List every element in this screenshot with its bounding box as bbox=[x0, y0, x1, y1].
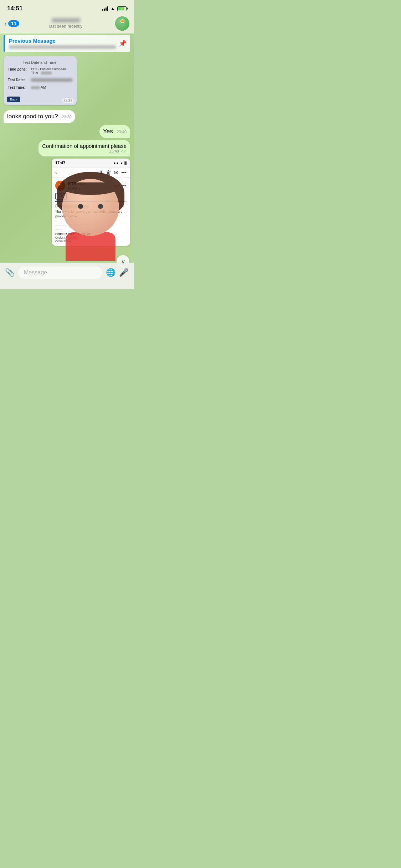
email-signal-icon: ▲▲ bbox=[113, 161, 119, 165]
testtime-row: Test Time: AM bbox=[8, 86, 72, 89]
bubble-text-1: looks good to you? bbox=[7, 113, 58, 120]
testtime-value: AM bbox=[31, 86, 72, 89]
previous-message-text-blurred bbox=[9, 45, 116, 49]
nav-bar: ‹ 11 last seen recently bbox=[0, 14, 134, 33]
character-bangs bbox=[64, 182, 117, 195]
chevron-left-icon: ‹ bbox=[4, 20, 7, 28]
email-battery-icon: ▓ bbox=[124, 161, 127, 165]
timezone-label: Time Zone: bbox=[8, 67, 31, 74]
testtime-label: Test Time: bbox=[8, 86, 31, 89]
back-button-screenshot: Back bbox=[7, 97, 20, 102]
character-right-eye bbox=[98, 204, 103, 209]
table-row: looks good to you? 23:39 bbox=[4, 110, 130, 123]
email-back-icon: ‹ bbox=[55, 170, 57, 175]
unread-badge: 11 bbox=[8, 20, 20, 27]
table-row: Test Date and Time: Time Zone: EET - Eas… bbox=[4, 56, 130, 108]
character-body bbox=[66, 232, 115, 261]
testdate-label: Test Date: bbox=[8, 78, 31, 82]
email-phone-icons: ▲▲ ▲ ▓ bbox=[113, 161, 127, 165]
testdate-value-blurred bbox=[31, 78, 72, 82]
email-phone-time: 17:47 bbox=[55, 161, 65, 165]
outgoing-bubble-1: Yes 23:40 bbox=[99, 125, 130, 138]
contact-name-blurred bbox=[52, 18, 80, 22]
status-time: 14:51 bbox=[7, 5, 22, 12]
testdate-row: Test Date: bbox=[8, 78, 72, 82]
timezone-row: Time Zone: EET - Eastern European Time - bbox=[8, 67, 72, 74]
test-screenshot-content: Test Date and Time: Time Zone: EET - Eas… bbox=[4, 56, 77, 105]
test-screenshot-title: Test Date and Time: bbox=[8, 60, 72, 64]
status-icons: ▲ ⚡ bbox=[102, 6, 127, 11]
input-bar: 📎 Message 🌐 🎤 bbox=[0, 263, 134, 289]
voice-button[interactable]: 🎤 bbox=[119, 268, 129, 277]
pin-icon: 📌 bbox=[119, 40, 127, 47]
bubble-time-1: 23:39 bbox=[62, 115, 72, 119]
contact-avatar[interactable] bbox=[115, 16, 129, 31]
attach-button[interactable]: 📎 bbox=[5, 268, 15, 277]
previous-message-banner[interactable]: Previous Message 📌 bbox=[4, 35, 130, 52]
back-button[interactable]: ‹ 11 bbox=[4, 20, 19, 28]
email-phone-statusbar: 17:47 ▲▲ ▲ ▓ bbox=[52, 159, 130, 167]
status-bar: 14:51 ▲ ⚡ bbox=[0, 0, 134, 14]
contact-status: last seen recently bbox=[19, 24, 112, 29]
bubble-text-2: Yes bbox=[103, 128, 113, 135]
image-bubble-test[interactable]: Test Date and Time: Time Zone: EET - Eas… bbox=[4, 56, 77, 105]
message-placeholder: Message bbox=[24, 269, 47, 275]
timezone-value: EET - Eastern European Time - bbox=[31, 67, 72, 74]
bubble-text-3: Confirmation of appointment please bbox=[42, 143, 127, 149]
signal-icon bbox=[102, 6, 108, 11]
email-more-icon: ••• bbox=[121, 170, 127, 175]
incoming-bubble-1: looks good to you? 23:39 bbox=[4, 110, 75, 123]
contact-info: last seen recently bbox=[19, 18, 112, 29]
previous-message-title: Previous Message bbox=[9, 38, 116, 44]
character-left-eye bbox=[78, 204, 83, 209]
email-compose-icon: ✉ bbox=[114, 170, 118, 175]
wifi-icon: ▲ bbox=[110, 6, 115, 11]
battery-icon: ⚡ bbox=[117, 6, 127, 11]
emoji-button[interactable]: 🌐 bbox=[106, 268, 115, 277]
email-wifi-icon: ▲ bbox=[120, 161, 123, 165]
image-bubble-timestamp: 23:39 bbox=[62, 98, 74, 103]
table-row: Yes 23:40 bbox=[4, 125, 130, 138]
character-face bbox=[62, 179, 119, 236]
outgoing-bubble-2: Confirmation of appointment please 23:40… bbox=[38, 140, 130, 156]
message-input[interactable]: Message bbox=[18, 267, 102, 279]
bubble-time-2: 23:40 bbox=[117, 130, 127, 134]
table-row: Confirmation of appointment please 23:40… bbox=[4, 140, 130, 156]
online-status-dot bbox=[120, 19, 124, 23]
